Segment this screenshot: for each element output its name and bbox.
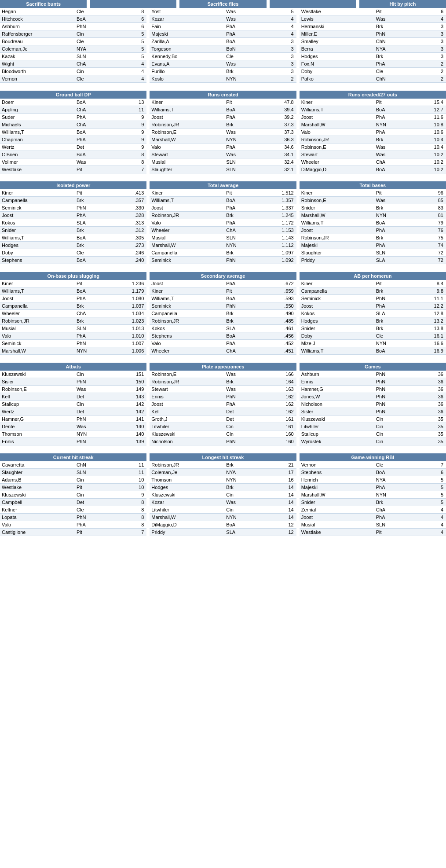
table-row: Marshall,WNYN10.8 — [300, 121, 446, 129]
player-team: PhA — [224, 280, 260, 287]
player-team: Was — [374, 143, 410, 151]
player-name: Zarilla,A — [150, 38, 224, 45]
table-row: DobyCle2 — [300, 68, 446, 75]
table-row: DoerrBoA13 — [0, 99, 146, 106]
table-row: Williams,TBoA9 — [0, 129, 146, 136]
player-name: Kiner — [300, 280, 374, 287]
stat-value: .240 — [111, 257, 147, 264]
section-ground-dp-runs-created-r27: Ground ball DPRuns createdRuns created/2… — [0, 91, 446, 178]
player-name: Marshall,W — [0, 347, 75, 354]
player-name: Kennedy,Bo — [150, 53, 224, 60]
player-team: BoA — [224, 332, 260, 339]
player-name: Hodges — [300, 53, 374, 60]
player-name: Valo — [150, 340, 224, 347]
section-iso-power-total-avg-total-bases: Isolated powerTotal averageTotal basesKi… — [0, 181, 446, 268]
col-header-0: Current hit streak — [0, 453, 146, 461]
stat-value: .246 — [111, 249, 147, 256]
table-row: JoostPhA.328 — [0, 212, 146, 219]
player-team: Cin — [224, 430, 260, 438]
stat-value: 12 — [260, 521, 296, 528]
player-team: PhN — [224, 302, 260, 309]
table-row: HenrichNYA5 — [300, 476, 446, 484]
player-team: Cin — [75, 401, 111, 408]
player-team: PhN — [75, 438, 111, 445]
player-name: Wertz — [0, 408, 75, 415]
table-row: Robinson,EWas149 — [0, 386, 146, 393]
stat-value: 142 — [111, 408, 147, 415]
table-row: ThomsonNYN140 — [0, 430, 146, 438]
stat-value: 143 — [111, 393, 147, 400]
player-name: Campanella — [300, 287, 374, 294]
player-name: Valo — [0, 521, 75, 528]
player-name: Suder — [0, 114, 75, 121]
table-row: HodgesBrk14 — [150, 484, 296, 491]
player-team: Pit — [374, 529, 410, 536]
player-team: Cin — [75, 476, 111, 483]
table-row: RaffensbergerCin5 — [0, 30, 146, 38]
stat-value: 11.6 — [410, 114, 446, 121]
table-row: HodgesBrk.273 — [0, 242, 146, 249]
player-team: PhA — [75, 136, 111, 143]
stat-value: 16.9 — [410, 347, 446, 354]
player-team: Was — [75, 423, 111, 430]
player-name: Kell — [0, 393, 75, 400]
table-row: Miller,EPhN3 — [300, 30, 446, 38]
player-team: Brk — [374, 53, 410, 60]
player-name: Hodges — [150, 484, 224, 491]
player-name: Marshall,W — [300, 212, 374, 219]
player-team: SLN — [374, 249, 410, 256]
stat-value: 1.013 — [111, 325, 147, 332]
stat-value: 5 — [260, 8, 296, 15]
stat-value: 142 — [111, 401, 147, 408]
player-team: PhN — [224, 438, 260, 445]
stat-value: 74 — [410, 242, 446, 249]
stat-value: 36 — [410, 386, 446, 393]
table-row: SniderBrk5 — [300, 499, 446, 506]
player-team: PhN — [75, 416, 111, 423]
stat-value: 9.8 — [410, 287, 446, 294]
section-sac-bunts-flies-hbp: Sacrifice buntsSacrifice fliesHit by pit… — [0, 0, 446, 87]
stat-value: 4 — [410, 521, 446, 528]
player-name: Lopata — [0, 514, 75, 521]
player-team: Brk — [374, 136, 410, 143]
stat-value: 2 — [410, 60, 446, 67]
table-row: StallcupCin35 — [300, 430, 446, 438]
player-team: PhN — [224, 393, 260, 400]
player-team: BoA — [75, 99, 111, 106]
stat-value: 4 — [260, 15, 296, 22]
player-name: Kozar — [150, 15, 224, 22]
player-team: Brk — [224, 121, 260, 128]
player-name: Musial — [0, 325, 75, 332]
player-name: DiMaggio,D — [300, 166, 374, 173]
table-row: SislerPhN36 — [300, 408, 446, 416]
player-team: NYN — [224, 136, 260, 143]
player-name: Ashburn — [300, 371, 374, 378]
player-team: PhN — [374, 408, 410, 415]
table-row: DobyCle.246 — [0, 249, 146, 257]
stat-value: 1.172 — [260, 219, 296, 226]
player-name: Ennis — [0, 438, 75, 445]
player-name: Joost — [300, 514, 374, 521]
table-row: NicholsonPhN160 — [150, 438, 296, 445]
table-row: Robinson,EWas10.4 — [300, 143, 446, 151]
player-name: Kiner — [300, 189, 374, 196]
table-row: Hamner,GPhN36 — [300, 386, 446, 393]
player-team: Was — [75, 386, 111, 393]
table-row: KosloNYN2 — [150, 75, 296, 83]
player-team: PhA — [374, 60, 410, 67]
stat-value: 36 — [410, 408, 446, 415]
table-row: Robinson,JRBrk1.023 — [0, 317, 146, 325]
stat-value: .485 — [260, 317, 296, 324]
player-name: Doby — [300, 332, 374, 339]
stat-value: 72 — [410, 257, 446, 264]
stat-value: 8 — [111, 514, 147, 521]
player-team: Was — [224, 371, 260, 378]
player-name: Sisler — [0, 378, 75, 385]
player-name: Torgeson — [150, 45, 224, 52]
table-row: SlaughterSLN72 — [300, 249, 446, 257]
player-team: Brk — [224, 461, 260, 468]
stat-value: 161 — [260, 423, 296, 430]
player-team: BoA — [374, 469, 410, 476]
stat-value: 1.337 — [260, 204, 296, 211]
table-row: SniderBrk13.8 — [300, 325, 446, 332]
